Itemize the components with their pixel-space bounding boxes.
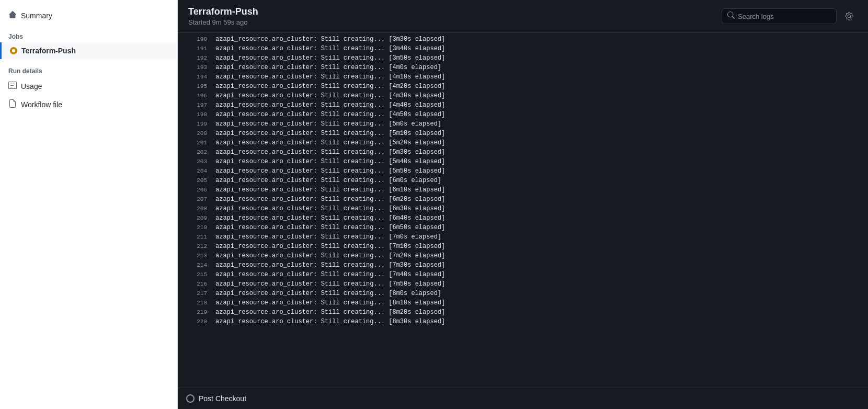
line-number: 215 (186, 271, 207, 278)
log-text: azapi_resource.aro_cluster: Still creati… (215, 120, 441, 128)
log-line: 218azapi_resource.aro_cluster: Still cre… (178, 299, 868, 308)
line-number: 196 (186, 93, 207, 99)
log-line: 198azapi_resource.aro_cluster: Still cre… (178, 110, 868, 120)
line-number: 192 (186, 55, 207, 61)
line-number: 213 (186, 253, 207, 259)
search-logs-input[interactable] (738, 13, 831, 20)
log-title-area: Terraform-Push Started 9m 59s ago (188, 6, 258, 26)
log-line: 203azapi_resource.aro_cluster: Still cre… (178, 157, 868, 167)
log-line: 217azapi_resource.aro_cluster: Still cre… (178, 289, 868, 299)
home-icon (8, 10, 17, 20)
post-checkout-area[interactable]: Post Checkout (178, 388, 868, 409)
log-text: azapi_resource.aro_cluster: Still creati… (215, 167, 445, 175)
search-logs-wrapper[interactable] (722, 8, 837, 24)
line-number: 208 (186, 206, 207, 212)
log-header: Terraform-Push Started 9m 59s ago (178, 0, 868, 33)
usage-icon (8, 81, 17, 91)
log-text: azapi_resource.aro_cluster: Still creati… (215, 262, 445, 269)
log-text: azapi_resource.aro_cluster: Still creati… (215, 299, 445, 306)
log-text: azapi_resource.aro_cluster: Still creati… (215, 92, 445, 99)
log-header-right (722, 8, 858, 25)
log-line: 204azapi_resource.aro_cluster: Still cre… (178, 167, 868, 176)
line-number: 216 (186, 281, 207, 287)
line-number: 214 (186, 262, 207, 268)
log-text: azapi_resource.aro_cluster: Still creati… (215, 205, 445, 212)
log-text: azapi_resource.aro_cluster: Still creati… (215, 252, 445, 259)
log-line: 199azapi_resource.aro_cluster: Still cre… (178, 120, 868, 129)
line-number: 203 (186, 158, 207, 165)
line-number: 199 (186, 121, 207, 127)
line-number: 200 (186, 130, 207, 137)
log-text: azapi_resource.aro_cluster: Still creati… (215, 290, 441, 297)
log-text: azapi_resource.aro_cluster: Still creati… (215, 158, 445, 165)
line-number: 218 (186, 300, 207, 306)
log-text: azapi_resource.aro_cluster: Still creati… (215, 309, 445, 316)
log-line: 201azapi_resource.aro_cluster: Still cre… (178, 139, 868, 148)
post-checkout-label: Post Checkout (199, 394, 246, 403)
log-content: 190azapi_resource.aro_cluster: Still cre… (178, 33, 868, 388)
log-line: 196azapi_resource.aro_cluster: Still cre… (178, 92, 868, 101)
log-line: 216azapi_resource.aro_cluster: Still cre… (178, 280, 868, 289)
log-line: 210azapi_resource.aro_cluster: Still cre… (178, 223, 868, 233)
sidebar-item-terraform-push[interactable]: Terraform-Push (0, 42, 177, 59)
log-line: 195azapi_resource.aro_cluster: Still cre… (178, 82, 868, 92)
log-text: azapi_resource.aro_cluster: Still creati… (215, 177, 441, 184)
summary-label: Summary (21, 12, 52, 20)
log-line: 212azapi_resource.aro_cluster: Still cre… (178, 242, 868, 252)
line-number: 217 (186, 290, 207, 297)
job-label: Terraform-Push (21, 47, 76, 55)
log-text: azapi_resource.aro_cluster: Still creati… (215, 214, 445, 222)
log-text: azapi_resource.aro_cluster: Still creati… (215, 36, 445, 43)
line-number: 201 (186, 140, 207, 146)
log-text: azapi_resource.aro_cluster: Still creati… (215, 243, 445, 250)
jobs-section-label: Jobs (0, 25, 177, 42)
log-text: azapi_resource.aro_cluster: Still creati… (215, 139, 445, 146)
workflow-file-label: Workflow file (21, 100, 62, 109)
sidebar-item-summary[interactable]: Summary (0, 6, 177, 25)
log-line: 220azapi_resource.aro_cluster: Still cre… (178, 317, 868, 327)
log-title: Terraform-Push (188, 6, 258, 17)
log-text: azapi_resource.aro_cluster: Still creati… (215, 101, 445, 109)
line-number: 219 (186, 309, 207, 315)
log-line: 209azapi_resource.aro_cluster: Still cre… (178, 214, 868, 223)
line-number: 206 (186, 187, 207, 193)
line-number: 209 (186, 215, 207, 221)
sidebar: Summary Jobs Terraform-Push Run details … (0, 0, 178, 409)
line-number: 204 (186, 168, 207, 174)
log-line: 205azapi_resource.aro_cluster: Still cre… (178, 176, 868, 186)
line-number: 202 (186, 149, 207, 155)
log-text: azapi_resource.aro_cluster: Still creati… (215, 196, 445, 203)
log-text: azapi_resource.aro_cluster: Still creati… (215, 280, 445, 288)
line-number: 193 (186, 64, 207, 71)
line-number: 211 (186, 234, 207, 240)
line-number: 212 (186, 243, 207, 249)
log-text: azapi_resource.aro_cluster: Still creati… (215, 54, 445, 62)
sidebar-item-workflow-file[interactable]: Workflow file (0, 95, 177, 113)
log-line: 208azapi_resource.aro_cluster: Still cre… (178, 204, 868, 214)
log-text: azapi_resource.aro_cluster: Still creati… (215, 73, 445, 81)
usage-label: Usage (21, 82, 42, 90)
line-number: 198 (186, 111, 207, 118)
line-number: 197 (186, 102, 207, 108)
log-line: 191azapi_resource.aro_cluster: Still cre… (178, 44, 868, 54)
log-text: azapi_resource.aro_cluster: Still creati… (215, 149, 445, 156)
settings-button[interactable] (841, 8, 858, 25)
log-line: 202azapi_resource.aro_cluster: Still cre… (178, 148, 868, 157)
log-text: azapi_resource.aro_cluster: Still creati… (215, 186, 445, 194)
line-number: 220 (186, 319, 207, 325)
job-status-icon (10, 47, 17, 54)
log-text: azapi_resource.aro_cluster: Still creati… (215, 83, 445, 90)
log-line: 192azapi_resource.aro_cluster: Still cre… (178, 54, 868, 63)
line-number: 190 (186, 36, 207, 42)
line-number: 194 (186, 74, 207, 80)
sidebar-item-usage[interactable]: Usage (0, 77, 177, 95)
search-icon (727, 12, 735, 21)
log-text: azapi_resource.aro_cluster: Still creati… (215, 271, 445, 278)
log-line: 215azapi_resource.aro_cluster: Still cre… (178, 270, 868, 280)
line-number: 210 (186, 224, 207, 231)
log-line: 197azapi_resource.aro_cluster: Still cre… (178, 101, 868, 110)
post-checkout-status-circle (186, 394, 195, 403)
log-line: 211azapi_resource.aro_cluster: Still cre… (178, 233, 868, 242)
log-text: azapi_resource.aro_cluster: Still creati… (215, 111, 445, 118)
log-text: azapi_resource.aro_cluster: Still creati… (215, 130, 445, 137)
